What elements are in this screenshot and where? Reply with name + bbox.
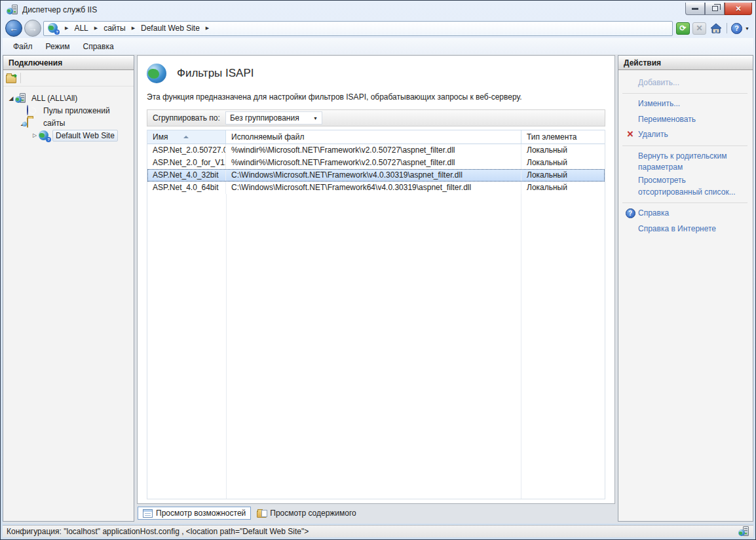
feature-header: Фильтры ISAPI	[147, 64, 605, 83]
cell-name: ASP.Net_2.0_for_V1.1	[147, 157, 226, 169]
tree-node-server[interactable]: ◢ ALL (ALL\All)	[5, 92, 132, 104]
table-row[interactable]: ASP.Net_2.0.50727.0 %windir%\Microsoft.N…	[147, 144, 605, 157]
address-bar[interactable]: ? ▶ ALL ▶ сайты ▶ Default Web Site ▶	[43, 21, 673, 36]
column-header-name[interactable]: Имя	[147, 130, 226, 144]
features-view-icon	[143, 509, 153, 518]
table-empty-area	[147, 194, 605, 499]
feature-globe-icon	[147, 64, 166, 83]
application-pools-icon	[27, 106, 38, 116]
separator	[622, 93, 747, 94]
table-row[interactable]: ASP.Net_4.0_64bit C:\Windows\Microsoft.N…	[147, 182, 605, 194]
actions-list: Добавить... Изменить... Переименовать ✕ …	[618, 70, 753, 237]
action-delete[interactable]: ✕ Удалить	[622, 127, 747, 142]
breadcrumb-item-all[interactable]: ALL	[72, 23, 90, 33]
cell-executable: %windir%\Microsoft.NET\Framework\v2.0.50…	[226, 157, 521, 169]
back-button[interactable]: ←	[5, 20, 22, 37]
tree-node-app-pools[interactable]: Пулы приложений	[5, 104, 132, 117]
minimize-button[interactable]	[685, 3, 705, 15]
connections-panel: Подключения ➜ ◢ ALL (ALL\All) Пулы прило…	[3, 55, 134, 522]
help-icon: ?	[626, 208, 635, 218]
server-icon	[15, 93, 26, 104]
toolbar-separator	[727, 23, 727, 33]
table-header-row: Имя Исполняемый файл Тип элемента	[147, 130, 605, 144]
menu-bar: Файл Режим Справка	[3, 38, 753, 54]
page-title: Фильтры ISAPI	[177, 67, 254, 80]
toolbar-icons: ⟳ ✕ ? ▼	[675, 22, 751, 35]
tab-features-view[interactable]: Просмотр возможностей	[138, 507, 251, 520]
restore-button[interactable]	[705, 3, 725, 15]
separator	[622, 202, 747, 203]
expander-open-icon[interactable]: ◢	[7, 95, 15, 102]
feature-description: Эта функция предназначена для настройки …	[147, 92, 605, 102]
main-column: Фильтры ISAPI Эта функция предназначена …	[137, 55, 615, 522]
chevron-right-icon: ▶	[206, 26, 209, 31]
window-body: Подключения ➜ ◢ ALL (ALL\All) Пулы прило…	[3, 54, 753, 524]
group-by-value: Без группирования	[230, 113, 299, 123]
home-icon[interactable]	[709, 22, 723, 35]
tree-node-label[interactable]: Пулы приложений	[41, 106, 113, 116]
action-rename[interactable]: Переименовать	[622, 112, 747, 127]
cell-entry-type: Локальный	[521, 169, 605, 182]
globe-icon: ?	[48, 23, 58, 33]
help-dropdown-caret-icon[interactable]: ▼	[745, 26, 749, 31]
save-connections-icon[interactable]: ➜	[6, 75, 16, 83]
connections-toolbar: ➜	[3, 70, 134, 87]
table-row[interactable]: ASP.Net_2.0_for_V1.1 %windir%\Microsoft.…	[147, 157, 605, 169]
chevron-right-icon: ▶	[65, 26, 68, 31]
close-button[interactable]: ✕	[725, 3, 752, 15]
menu-view[interactable]: Режим	[39, 40, 77, 53]
action-edit[interactable]: Изменить...	[622, 96, 747, 111]
expander-closed-icon[interactable]: ▷	[31, 132, 39, 138]
cell-entry-type: Локальный	[521, 144, 605, 157]
menu-file[interactable]: Файл	[7, 40, 39, 53]
isapi-filters-table: Имя Исполняемый файл Тип элемента ASP.Ne…	[147, 130, 605, 499]
action-help[interactable]: ? Справка	[622, 206, 747, 221]
cell-entry-type: Локальный	[521, 182, 605, 194]
tree-node-label[interactable]: Default Web Site	[52, 130, 118, 142]
action-add[interactable]: Добавить...	[622, 75, 747, 90]
chevron-right-icon: ▶	[132, 26, 135, 31]
status-bar: Конфигурация: "localhost" applicationHos…	[3, 525, 753, 537]
delete-x-icon: ✕	[627, 130, 634, 138]
group-by-label: Сгруппировать по:	[153, 113, 220, 123]
action-view-ordered-list[interactable]: Просмотреть отсортированный список...	[622, 175, 747, 200]
forward-button[interactable]: →	[24, 20, 41, 37]
server-status-icon	[738, 526, 749, 537]
breadcrumb-item-default-web-site[interactable]: Default Web Site	[139, 23, 202, 33]
column-header-entry-type[interactable]: Тип элемента	[521, 130, 605, 144]
breadcrumb-item-sites[interactable]: сайты	[102, 23, 128, 33]
iis-app-icon	[7, 5, 18, 15]
sort-ascending-icon	[183, 136, 189, 138]
window-controls: ✕	[685, 3, 752, 15]
window-title: Диспетчер служб IIS	[22, 5, 685, 14]
actions-header: Действия	[618, 56, 753, 70]
tree-node-label[interactable]: сайты	[41, 118, 68, 128]
dropdown-caret-icon: ▼	[313, 116, 318, 121]
stop-icon[interactable]: ✕	[692, 22, 706, 35]
column-header-executable[interactable]: Исполняемый файл	[226, 130, 521, 144]
tree-node-sites[interactable]: ◢ сайты	[5, 117, 132, 129]
navigation-toolbar: ← → ? ▶ ALL ▶ сайты ▶ Default Web Site ▶…	[3, 18, 753, 38]
actions-panel: Действия Добавить... Изменить... Переиме…	[618, 55, 753, 522]
iis-manager-window: Диспетчер служб IIS ✕ ← → ? ▶ ALL ▶ сайт…	[0, 0, 756, 540]
table-row-selected[interactable]: ASP.Net_4.0_32bit C:\Windows\Microsoft.N…	[147, 169, 605, 182]
separator	[622, 145, 747, 146]
title-bar[interactable]: Диспетчер служб IIS ✕	[3, 1, 753, 18]
action-online-help[interactable]: Справка в Интернете	[622, 222, 747, 237]
group-by-dropdown[interactable]: Без группирования ▼	[225, 111, 322, 125]
feature-view: Фильтры ISAPI Эта функция предназначена …	[137, 55, 615, 504]
toolbar-separator	[20, 73, 21, 83]
refresh-icon[interactable]: ⟳	[676, 22, 690, 35]
connections-header: Подключения	[3, 56, 134, 70]
content-view-icon	[257, 511, 267, 518]
help-icon[interactable]: ?	[731, 23, 742, 34]
action-revert-to-parent[interactable]: Вернуть к родительским параметрам	[622, 149, 747, 176]
menu-help[interactable]: Справка	[77, 40, 121, 53]
tree-node-default-web-site[interactable]: ▷ ? Default Web Site	[5, 129, 132, 142]
connections-tree: ◢ ALL (ALL\All) Пулы приложений ◢ сайты	[3, 87, 134, 147]
tree-node-label[interactable]: ALL (ALL\All)	[29, 93, 80, 104]
tab-content-view[interactable]: Просмотр содержимого	[252, 507, 360, 519]
group-by-bar: Сгруппировать по: Без группирования ▼	[147, 109, 605, 126]
cell-executable: %windir%\Microsoft.NET\Framework\v2.0.50…	[226, 144, 521, 157]
view-tabs: Просмотр возможностей Просмотр содержимо…	[137, 504, 615, 522]
